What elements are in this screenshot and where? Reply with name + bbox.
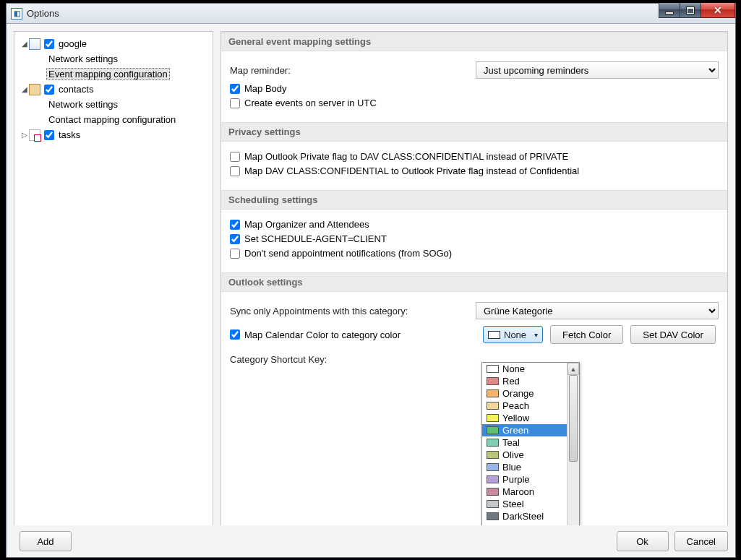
section-scheduling: Map Organizer and Attendees Set SCHEDULE… <box>221 210 727 272</box>
privacy-confidential-checkbox[interactable] <box>230 152 240 162</box>
color-option-label: Blue <box>502 462 521 473</box>
ok-button[interactable]: Ok <box>617 531 669 551</box>
body-area: ◢ google Network settings Event mapping … <box>7 24 735 557</box>
app-icon: ◧ <box>11 8 22 20</box>
color-option-orange[interactable]: Orange <box>482 387 567 400</box>
tree-label: Network settings <box>46 53 120 65</box>
color-option-label: Olive <box>502 449 524 460</box>
color-option-red[interactable]: Red <box>482 375 567 387</box>
scroll-thumb[interactable] <box>569 375 578 462</box>
map-body-checkbox[interactable] <box>230 84 240 94</box>
sync-category-label: Sync only Appointments with this categor… <box>230 306 476 316</box>
tree-node-contacts[interactable]: ◢ contacts <box>17 82 210 97</box>
color-option-label: Steel <box>502 499 524 509</box>
expander-icon[interactable]: ▷ <box>20 131 29 139</box>
color-option-label: Peach <box>502 400 529 411</box>
tree-node-google-eventmap[interactable]: Event mapping configuration <box>17 66 210 82</box>
map-organizer-label: Map Organizer and Attendees <box>244 219 369 230</box>
color-dropdown-popup[interactable]: NoneRedOrangePeachYellowGreenTealOliveBl… <box>481 362 580 543</box>
tree-check-contacts[interactable] <box>44 85 54 95</box>
scroll-up-button[interactable]: ▲ <box>567 363 579 375</box>
schedule-agent-checkbox[interactable] <box>230 234 240 244</box>
color-option-olive[interactable]: Olive <box>482 449 567 461</box>
map-body-label: Map Body <box>244 83 287 94</box>
scrollbar[interactable]: ▲ ▼ <box>567 363 579 542</box>
schedule-agent-label: Set SCHEDULE-AGENT=CLIENT <box>244 233 387 244</box>
color-swatch-icon <box>487 439 499 447</box>
color-option-none[interactable]: None <box>482 363 567 375</box>
privacy-reverse-label: Map DAV CLASS:CONFIDENTIAL to Outlook Pr… <box>244 165 579 176</box>
color-list[interactable]: NoneRedOrangePeachYellowGreenTealOliveBl… <box>482 363 567 542</box>
color-option-label: Red <box>502 376 520 387</box>
color-swatch-icon <box>487 500 499 508</box>
map-reminder-label: Map reminder: <box>230 65 476 76</box>
settings-panel: General event mapping settings Map remin… <box>220 31 728 551</box>
color-swatch-icon <box>487 512 499 520</box>
add-button[interactable]: Add <box>20 531 72 551</box>
color-option-label: Teal <box>502 437 520 448</box>
section-header-outlook: Outlook settings <box>221 272 727 292</box>
expander-icon[interactable]: ◢ <box>20 85 29 93</box>
minimize-button[interactable] <box>659 3 680 18</box>
suppress-notify-checkbox[interactable] <box>230 249 240 259</box>
tree-node-google[interactable]: ◢ google <box>17 36 210 51</box>
footer: Add Ok Cancel <box>7 525 735 557</box>
color-dropdown-value: None <box>504 329 526 340</box>
tasks-icon <box>29 129 40 141</box>
color-option-peach[interactable]: Peach <box>482 400 567 412</box>
color-option-green[interactable]: Green <box>482 424 567 436</box>
set-dav-color-button[interactable]: Set DAV Color <box>630 325 716 344</box>
color-option-label: Yellow <box>502 413 529 423</box>
tree-node-google-network[interactable]: Network settings <box>17 51 210 66</box>
titlebar[interactable]: ◧ Options ✕ <box>7 4 735 24</box>
tree-label: google <box>56 38 89 50</box>
color-option-teal[interactable]: Teal <box>482 436 567 449</box>
color-option-purple[interactable]: Purple <box>482 473 567 486</box>
color-option-blue[interactable]: Blue <box>482 461 567 473</box>
color-swatch-icon <box>487 451 499 459</box>
window-title: Options <box>27 8 59 19</box>
color-option-label: None <box>502 363 525 374</box>
tree-node-contacts-network[interactable]: Network settings <box>17 97 210 112</box>
section-header-privacy: Privacy settings <box>221 122 727 142</box>
section-privacy: Map Outlook Private flag to DAV CLASS:CO… <box>221 142 727 190</box>
color-option-yellow[interactable]: Yellow <box>482 412 567 424</box>
close-button[interactable]: ✕ <box>701 3 735 18</box>
expander-icon[interactable]: ◢ <box>20 40 29 48</box>
privacy-reverse-checkbox[interactable] <box>230 166 240 176</box>
tree-label: Event mapping configuration <box>46 68 170 80</box>
map-reminder-combo[interactable]: Just upcoming reminders <box>476 61 719 79</box>
color-option-label: Maroon <box>502 486 534 497</box>
tree-label: Contact mapping configuration <box>46 113 178 126</box>
tree-node-contacts-contactmap[interactable]: Contact mapping configuration <box>17 112 210 127</box>
color-option-label: Purple <box>502 474 530 485</box>
map-color-label: Map Calendar Color to category color <box>244 329 401 340</box>
privacy-confidential-label: Map Outlook Private flag to DAV CLASS:CO… <box>244 151 568 162</box>
tree-label: Network settings <box>46 98 120 111</box>
color-swatch-icon <box>488 331 500 339</box>
tree-check-google[interactable] <box>44 39 54 49</box>
profile-tree[interactable]: ◢ google Network settings Event mapping … <box>14 31 213 551</box>
section-outlook: Sync only Appointments with this categor… <box>221 292 727 379</box>
map-color-checkbox[interactable] <box>230 329 240 340</box>
section-header-general: General event mapping settings <box>221 32 727 51</box>
tree-node-tasks[interactable]: ▷ tasks <box>17 127 210 142</box>
color-dropdown[interactable]: None <box>483 326 543 343</box>
options-window: ◧ Options ✕ ◢ google Network settings Ev… <box>6 3 736 558</box>
color-option-label: Green <box>502 425 528 436</box>
maximize-button[interactable] <box>680 3 701 18</box>
color-option-steel[interactable]: Steel <box>482 498 567 510</box>
sync-category-combo[interactable]: Grüne Kategorie <box>476 302 719 319</box>
utc-checkbox[interactable] <box>230 98 240 108</box>
color-swatch-icon <box>487 389 499 397</box>
suppress-notify-label: Don't send appointment notifications (fr… <box>244 248 452 259</box>
color-option-darksteel[interactable]: DarkSteel <box>482 510 567 522</box>
section-general: Map reminder: Just upcoming reminders Ma… <box>221 51 727 122</box>
cancel-button[interactable]: Cancel <box>674 531 728 551</box>
section-header-scheduling: Scheduling settings <box>221 190 727 210</box>
tree-check-tasks[interactable] <box>44 130 54 140</box>
fetch-color-button[interactable]: Fetch Color <box>550 325 623 344</box>
map-organizer-checkbox[interactable] <box>230 220 240 230</box>
color-swatch-icon <box>487 377 499 385</box>
color-option-maroon[interactable]: Maroon <box>482 486 567 498</box>
